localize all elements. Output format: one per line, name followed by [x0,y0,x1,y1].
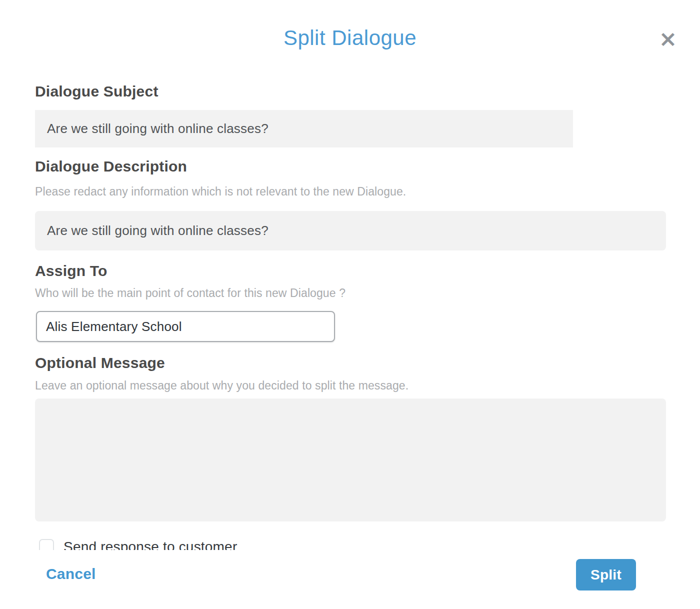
modal-footer: Cancel Split [0,550,700,609]
page-title: Split Dialogue [0,26,700,50]
split-dialogue-modal: Split Dialogue × Dialogue Subject Are we… [0,0,700,609]
subject-field[interactable]: Are we still going with online classes? [35,110,573,148]
description-field[interactable]: Are we still going with online classes? [35,211,666,250]
optional-message-hint: Leave an optional message about why you … [35,380,408,392]
subject-label: Dialogue Subject [35,84,158,99]
assign-to-label: Assign To [35,264,108,278]
description-label: Dialogue Description [35,159,187,174]
close-button[interactable]: × [654,25,682,53]
close-icon: × [659,28,678,50]
description-hint: Please redact any information which is n… [35,186,406,198]
cancel-button[interactable]: Cancel [46,566,96,582]
split-button[interactable]: Split [576,559,636,590]
assign-to-input[interactable]: Alis Elementary School [36,311,335,342]
optional-message-label: Optional Message [35,356,165,370]
assign-to-hint: Who will be the main point of contact fo… [35,288,346,299]
optional-message-textarea[interactable] [35,398,666,522]
